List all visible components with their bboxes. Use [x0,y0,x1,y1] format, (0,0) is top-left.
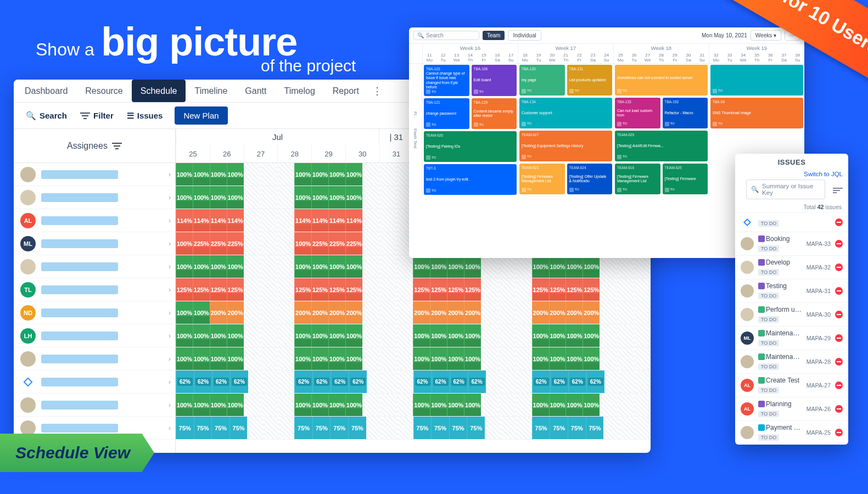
task-card[interactable]: TBT-3test 2 from plugin try edit.TO [424,164,517,195]
workload-cell[interactable]: 125% [430,278,447,301]
workload-cell[interactable]: 62% [331,370,349,393]
workload-cell[interactable]: 200% [345,301,362,324]
workload-cell[interactable] [498,347,515,370]
workload-cell[interactable]: 100% [176,347,193,370]
tab-gantt[interactable]: Gantt [236,80,275,102]
workload-cell[interactable]: 100% [565,394,583,416]
remove-icon[interactable] [835,405,843,413]
workload-cell[interactable] [498,324,515,347]
issue-row[interactable]: Perform user...TO DOMAPA-30 [735,302,848,326]
workload-cell[interactable]: 100% [583,347,600,370]
task-card[interactable]: TBA-152Refactor - MacroTO [663,98,708,128]
workload-cell[interactable]: 114% [311,209,328,232]
workload-cell[interactable]: 75% [431,417,449,439]
workload-cell[interactable]: 62% [586,370,604,393]
workload-cell[interactable] [244,163,261,186]
workload-cell[interactable] [516,417,532,439]
workload-cell[interactable]: 114% [345,209,362,232]
tab-schedule[interactable]: Schedule [132,80,186,102]
workload-cell[interactable] [362,347,379,370]
workload-cell[interactable]: 100% [532,394,549,416]
workload-cell[interactable]: 100% [227,186,244,209]
workload-cell[interactable]: 125% [311,278,328,301]
workload-cell[interactable] [260,186,277,209]
workload-cell[interactable]: 100% [447,394,464,416]
workload-cell[interactable]: 100% [345,347,362,370]
workload-cell[interactable]: 100% [193,324,210,347]
workload-cell[interactable]: 100% [345,394,362,416]
workload-cell[interactable] [620,370,635,393]
workload-cell[interactable] [396,394,413,416]
workload-cell[interactable] [260,255,277,278]
remove-icon[interactable] [835,334,843,342]
workload-cell[interactable] [260,278,277,301]
workload-cell[interactable]: 62% [432,370,450,393]
workload-cell[interactable] [600,394,617,416]
workload-cell[interactable] [481,324,498,347]
workload-cell[interactable]: 200% [532,301,549,324]
workload-cell[interactable]: 75% [413,417,432,439]
workload-cell[interactable] [260,232,277,255]
workload-cell[interactable]: 100% [176,301,193,324]
workload-cell[interactable]: 100% [583,324,600,347]
workload-cell[interactable] [517,370,532,393]
issues-search-input[interactable]: 🔍 Summary or Issue Key [746,179,825,199]
workload-cell[interactable]: 100% [210,255,227,278]
issue-row[interactable]: TestingTO DOMAPA-31 [735,279,848,302]
workload-cell[interactable] [277,301,294,324]
remove-icon[interactable] [835,381,843,389]
workload-cell[interactable] [617,394,634,416]
workload-cell[interactable] [362,301,379,324]
workload-cell[interactable]: 200% [464,301,481,324]
workload-cell[interactable]: 114% [210,209,227,232]
workload-cell[interactable]: 125% [413,278,430,301]
workload-cell[interactable]: 75% [532,417,550,439]
task-card[interactable]: TEAM-620[Testing] Pairing IDsTO [424,131,517,162]
workload-cell[interactable]: 100% [227,394,244,416]
workload-cell[interactable] [244,278,261,301]
workload-cell[interactable] [367,370,382,393]
workload-cell[interactable] [379,255,396,278]
workload-cell[interactable]: 75% [330,417,348,439]
workload-cell[interactable]: 114% [176,209,193,232]
remove-icon[interactable] [835,263,843,271]
workload-cell[interactable]: 125% [565,278,583,301]
assignee-row[interactable]: › [14,347,175,370]
assignee-row[interactable]: › [14,394,175,417]
task-card[interactable]: TO [710,65,803,96]
issue-row[interactable]: MLMaintenance ...TO DOMAPA-29 [735,326,848,350]
workload-cell[interactable] [515,301,532,324]
workload-cell[interactable]: 100% [311,324,328,347]
workload-cell[interactable]: 62% [194,370,212,393]
tab-report[interactable]: Report [324,80,368,102]
workload-cell[interactable]: 100% [311,347,328,370]
sort-icon[interactable] [112,143,122,149]
workload-cell[interactable] [277,324,294,347]
workload-cell[interactable] [279,417,295,439]
workload-cell[interactable] [362,209,379,232]
tab-timeline[interactable]: Timeline [186,80,236,102]
workload-cell[interactable]: 100% [227,347,244,370]
workload-cell[interactable] [379,324,396,347]
workload-cell[interactable]: 225% [311,232,328,255]
workload-cell[interactable]: 100% [430,347,447,370]
workload-cell[interactable]: 100% [430,255,447,278]
workload-cell[interactable] [362,186,379,209]
issues-sort-icon[interactable] [833,186,843,195]
workload-cell[interactable]: 125% [532,278,549,301]
workload-cell[interactable] [277,232,294,255]
workload-cell[interactable]: 100% [345,163,362,186]
workload-cell[interactable] [279,370,294,393]
workload-cell[interactable]: 62% [230,370,248,393]
workload-cell[interactable] [362,232,379,255]
workload-cell[interactable] [277,278,294,301]
workload-cell[interactable] [617,255,634,278]
assignee-row[interactable]: › [14,255,175,278]
workload-cell[interactable] [498,278,515,301]
workload-cell[interactable] [603,417,619,439]
workload-cell[interactable]: 100% [413,324,430,347]
workload-cell[interactable] [501,370,517,393]
workload-cell[interactable] [277,347,294,370]
workload-cell[interactable]: 100% [311,163,328,186]
workload-cell[interactable] [247,417,263,439]
